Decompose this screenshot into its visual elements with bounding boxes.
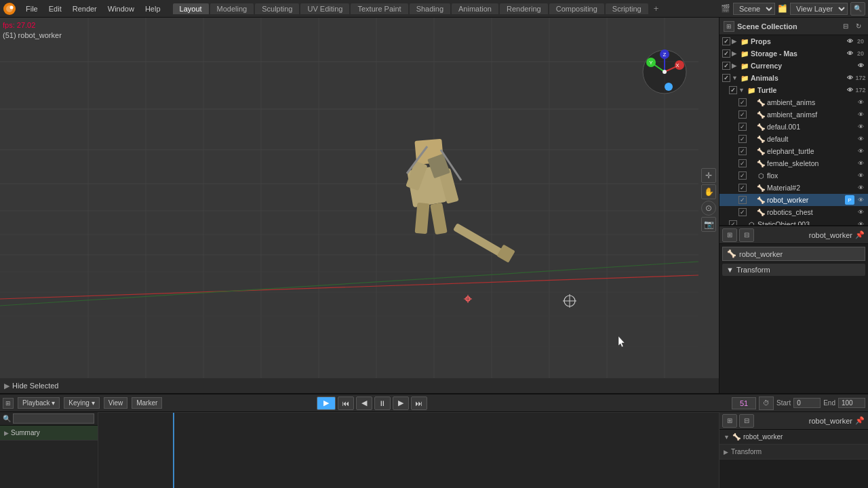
visibility-icon-ambient[interactable]: 👁: [856, 98, 865, 107]
visibility-icon-female[interactable]: 👁: [856, 159, 865, 168]
outliner-item-robotics[interactable]: 🦴 robotics_chest 👁: [719, 206, 868, 218]
visibility-icon-robotics[interactable]: 👁: [856, 207, 865, 217]
visibility-icon-material2[interactable]: 👁: [856, 183, 865, 192]
timeline-menu-icon[interactable]: ⊞: [3, 398, 14, 409]
menu-window[interactable]: Window: [102, 3, 140, 14]
workspace-texture-paint[interactable]: Texture Paint: [351, 3, 408, 14]
outliner-item-elephant[interactable]: 🦴 elephant_turtle 👁: [719, 145, 868, 157]
workspace-scripting[interactable]: Scripting: [606, 3, 648, 14]
add-workspace-button[interactable]: +: [650, 2, 663, 15]
outliner-item-turtle[interactable]: ▼ 📁 Turtle 👁 172: [719, 84, 868, 96]
menu-render[interactable]: Render: [67, 3, 102, 14]
prev-frame-button[interactable]: ◀: [356, 396, 372, 410]
workspace-animation[interactable]: Animation: [452, 3, 498, 14]
checkbox-animals[interactable]: [722, 74, 730, 82]
workspace-uv-editing[interactable]: UV Editing: [300, 3, 349, 14]
workspace-rendering[interactable]: Rendering: [500, 3, 548, 14]
next-frame-button[interactable]: ▶: [393, 396, 409, 410]
zoom-tool[interactable]: ⊙: [701, 201, 716, 216]
timeline-transform-section[interactable]: ▶ Transform: [719, 445, 868, 460]
expand-animals[interactable]: ▼: [732, 75, 738, 81]
outliner-item-ambient-anims[interactable]: 🦴 ambient_anims 👁: [719, 96, 868, 108]
checkbox-material2[interactable]: [738, 184, 747, 192]
prop-transform-header[interactable]: ▼ Transform: [722, 264, 865, 276]
play-button[interactable]: ▶: [317, 396, 336, 410]
timeline-rp-btn1[interactable]: ⊞: [722, 414, 737, 428]
end-frame-input[interactable]: [838, 398, 865, 408]
checkbox-ambient[interactable]: [738, 98, 747, 106]
pause-button[interactable]: ⏸: [374, 396, 391, 410]
current-frame-display[interactable]: 51: [732, 397, 756, 409]
active-icon-robot-worker[interactable]: P: [845, 195, 854, 205]
checkbox-flox[interactable]: [738, 171, 747, 180]
checkbox-props[interactable]: [722, 37, 730, 45]
timeline-object-row[interactable]: ▼ 🦴 robot_worker: [719, 430, 868, 445]
outliner-item-material2[interactable]: 🦴 Material#2 👁: [719, 182, 868, 194]
outliner-menu-icon[interactable]: ⊞: [724, 21, 734, 32]
checkbox-robot-worker[interactable]: [738, 196, 747, 204]
outliner-item-robot-worker[interactable]: 🦴 robot_worker P 👁: [719, 194, 868, 206]
visibility-icon-animals[interactable]: 👁: [845, 73, 854, 83]
expand-turtle[interactable]: ▼: [738, 87, 745, 94]
expand-props[interactable]: ▶: [732, 38, 738, 45]
checkbox-default[interactable]: [738, 135, 747, 143]
view-menu[interactable]: View: [104, 397, 128, 409]
summary-label[interactable]: ▶ Summary: [0, 426, 98, 441]
workspace-modeling[interactable]: Modeling: [210, 3, 254, 14]
checkbox-robotics[interactable]: [738, 208, 747, 216]
outliner-item-ambient-animsf[interactable]: 🦴 ambient_animsf 👁: [719, 108, 868, 121]
checkbox-turtle[interactable]: [729, 86, 737, 94]
move-tool[interactable]: ✋: [701, 184, 716, 199]
outliner-item-currency[interactable]: ▶ 📁 Currency 👁: [719, 60, 868, 72]
prop-pin-icon[interactable]: 📌: [854, 230, 865, 241]
outliner-item-female[interactable]: 🦴 female_skeleton 👁: [719, 157, 868, 169]
outliner-item-storage[interactable]: ▶ 📁 Storage - Mas 👁 20: [719, 47, 868, 60]
outliner-item-static003[interactable]: ⬡ StaticObject.003 👁: [719, 218, 868, 225]
checkbox-ambient-f[interactable]: [738, 110, 747, 119]
navigation-gizmo[interactable]: X Y Z: [643, 49, 686, 94]
outliner-item-props[interactable]: ▶ 📁 Props 👁 20: [719, 35, 868, 47]
camera-view-tool[interactable]: 📷: [701, 217, 716, 232]
checkbox-static003[interactable]: [729, 220, 737, 225]
visibility-icon-turtle[interactable]: 👁: [845, 85, 854, 95]
visibility-icon-default[interactable]: 👁: [856, 134, 865, 144]
outliner-item-default001[interactable]: 🦴 defaul.001 👁: [719, 121, 868, 133]
outliner-item-flox[interactable]: ⬡ flox 👁: [719, 169, 868, 182]
viewport-3d[interactable]: ⊞ Pose Mode ▾ View Select Pose ⊕ Global …: [0, 18, 719, 393]
timeline-pin-icon[interactable]: 📌: [854, 415, 865, 426]
visibility-icon-static003[interactable]: 👁: [856, 220, 865, 225]
cursor-tool[interactable]: ✛: [701, 168, 716, 183]
visibility-icon-currency[interactable]: 👁: [856, 61, 865, 70]
expand-currency[interactable]: ▶: [732, 62, 738, 69]
checkbox-female[interactable]: [738, 159, 747, 167]
marker-menu[interactable]: Marker: [132, 397, 162, 409]
outliner-item-animals[interactable]: ▼ 📁 Animals 👁 172: [719, 72, 868, 84]
frame-icon[interactable]: ⏱: [759, 396, 774, 410]
jump-start-button[interactable]: ⏮: [338, 396, 354, 410]
view-layer-selector[interactable]: View Layer: [790, 3, 848, 15]
menu-edit[interactable]: Edit: [43, 3, 67, 14]
search-global-button[interactable]: 🔍: [850, 2, 865, 16]
checkbox-elephant[interactable]: [738, 147, 747, 155]
workspace-layout[interactable]: Layout: [173, 3, 209, 14]
scene-selector[interactable]: Scene: [733, 3, 775, 15]
timeline-summary-track[interactable]: [98, 413, 719, 488]
keying-menu[interactable]: Keying ▾: [64, 397, 99, 409]
jump-end-button[interactable]: ⏭: [411, 396, 427, 410]
workspace-compositing[interactable]: Compositing: [549, 3, 604, 14]
checkbox-storage[interactable]: [722, 49, 730, 58]
menu-file[interactable]: File: [20, 3, 43, 14]
outliner-filter-icon[interactable]: ⊟: [840, 21, 851, 32]
visibility-icon-props[interactable]: 👁: [845, 37, 854, 46]
timeline-rp-btn2[interactable]: ⊟: [739, 414, 754, 428]
playback-menu[interactable]: Playback ▾: [18, 397, 60, 409]
visibility-icon-elephant[interactable]: 👁: [856, 146, 865, 156]
workspace-sculpting[interactable]: Sculpting: [255, 3, 299, 14]
start-frame-input[interactable]: [793, 398, 821, 408]
visibility-icon-flox[interactable]: 👁: [856, 171, 865, 180]
timeline-search-input[interactable]: [13, 413, 94, 424]
checkbox-default001[interactable]: [738, 123, 747, 131]
workspace-shading[interactable]: Shading: [410, 3, 450, 14]
visibility-icon-default001[interactable]: 👁: [856, 122, 865, 131]
prop-tab-icon1[interactable]: ⊞: [722, 228, 737, 242]
